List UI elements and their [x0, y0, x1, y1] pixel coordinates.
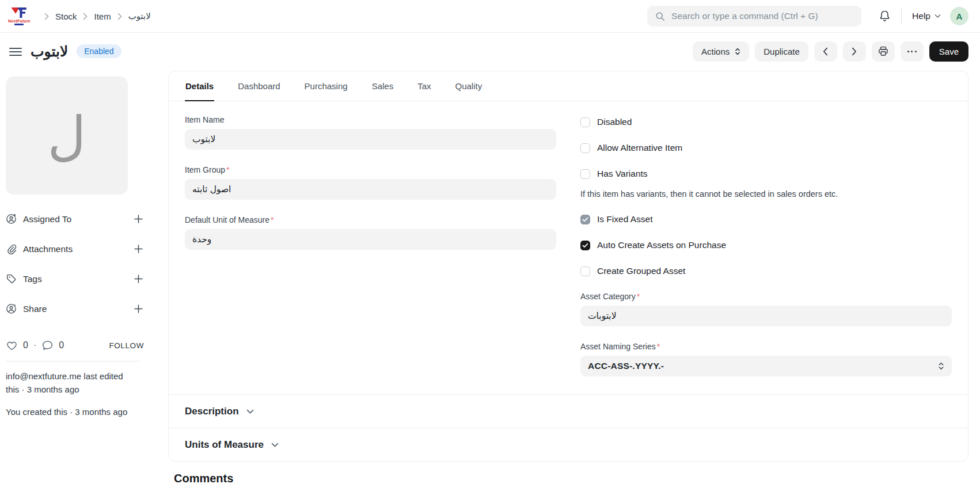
- check-icon: [582, 243, 588, 248]
- tab-purchasing[interactable]: Purchasing: [304, 72, 348, 101]
- next-record-button[interactable]: [843, 41, 866, 62]
- status-badge: Enabled: [77, 44, 121, 58]
- has-variants-checkbox[interactable]: [580, 169, 590, 179]
- sidebar-item-share: Share: [6, 303, 144, 314]
- form-card: Details Dashboard Purchasing Sales Tax Q…: [168, 71, 968, 462]
- tab-sales[interactable]: Sales: [371, 72, 394, 101]
- follow-button[interactable]: FOLLOW: [109, 341, 144, 350]
- has-variants-checkbox-label[interactable]: Has Variants: [597, 169, 648, 179]
- asset-naming-series-select[interactable]: ACC-ASS-.YYYY.-: [580, 356, 952, 376]
- comments-count[interactable]: 0: [59, 340, 64, 351]
- checkbox-row-auto-create-assets: Auto Create Assets on Purchase: [580, 240, 952, 250]
- breadcrumb: Stock Item لابتوب: [44, 11, 151, 21]
- notifications-bell-icon[interactable]: [879, 10, 891, 22]
- plus-icon: [134, 275, 143, 283]
- dot-separator: ·: [33, 340, 36, 351]
- auto-create-assets-checkbox-label[interactable]: Auto Create Assets on Purchase: [597, 240, 726, 250]
- asset-category-input[interactable]: لابتوبات: [580, 306, 952, 326]
- tab-quality[interactable]: Quality: [455, 72, 483, 101]
- help-label: Help: [912, 11, 930, 21]
- allow-alternative-item-checkbox-label[interactable]: Allow Alternative Item: [597, 143, 682, 153]
- breadcrumb-item-current[interactable]: لابتوب: [128, 11, 151, 21]
- save-label: Save: [939, 47, 959, 56]
- add-assignment-button[interactable]: [133, 214, 144, 224]
- heart-icon[interactable]: [6, 340, 18, 351]
- disabled-checkbox-label[interactable]: Disabled: [597, 117, 632, 127]
- help-menu[interactable]: Help: [912, 11, 941, 21]
- assigned-to-label[interactable]: Assigned To: [23, 214, 71, 224]
- is-fixed-asset-checkbox-label[interactable]: Is Fixed Asset: [597, 214, 652, 224]
- toolbar: Actions Duplicate Save: [693, 41, 968, 62]
- breadcrumb-separator-icon: [83, 13, 88, 20]
- sidebar-divider: [6, 361, 139, 361]
- comment-bubble-icon[interactable]: [41, 340, 54, 351]
- duplicate-button[interactable]: Duplicate: [755, 41, 808, 62]
- description-section-label: Description: [185, 406, 239, 417]
- section-units-of-measure[interactable]: Units of Measure: [169, 428, 968, 461]
- search-placeholder: Search or type a command (Ctrl + G): [671, 11, 818, 21]
- field-default-uom: Default Unit of Measure* وحدة: [185, 215, 556, 250]
- item-image-upload[interactable]: ل: [6, 77, 128, 195]
- tab-dashboard[interactable]: Dashboard: [237, 72, 280, 101]
- actions-button[interactable]: Actions: [693, 41, 749, 62]
- disabled-checkbox[interactable]: [580, 117, 590, 127]
- tags-label[interactable]: Tags: [23, 274, 42, 284]
- add-share-button[interactable]: [133, 303, 144, 314]
- select-carets-icon: [938, 361, 944, 371]
- attachments-label[interactable]: Attachments: [23, 244, 73, 254]
- sidebar-toggle-icon[interactable]: [9, 47, 22, 56]
- chevron-down-icon: [935, 14, 941, 18]
- default-uom-input[interactable]: وحدة: [185, 229, 556, 250]
- item-name-input[interactable]: لابتوب: [185, 129, 556, 150]
- breadcrumb-item-item[interactable]: Item: [94, 12, 111, 21]
- field-asset-naming-series: Asset Naming Series* ACC-ASS-.YYYY.-: [580, 342, 952, 376]
- units-of-measure-section-label: Units of Measure: [185, 439, 264, 451]
- search-icon: [655, 12, 665, 21]
- menu-ellipsis-button[interactable]: [901, 41, 924, 62]
- top-navbar: NextFuture Stock Item لابتوب Search or t…: [0, 0, 980, 33]
- add-tag-button[interactable]: [133, 273, 144, 284]
- brand-name: NextFuture: [8, 19, 31, 23]
- global-search-input[interactable]: Search or type a command (Ctrl + G): [647, 6, 861, 26]
- create-grouped-asset-checkbox-label[interactable]: Create Grouped Asset: [597, 266, 685, 276]
- print-button[interactable]: [872, 41, 895, 62]
- tag-icon: [6, 273, 17, 284]
- page-body: ل Assigned To Attachments Tags: [0, 70, 980, 462]
- auto-create-assets-checkbox[interactable]: [580, 241, 590, 250]
- required-asterisk: *: [637, 292, 640, 301]
- share-label[interactable]: Share: [23, 304, 47, 314]
- allow-alternative-item-checkbox[interactable]: [580, 143, 590, 153]
- plus-icon: [134, 215, 143, 223]
- form-sidebar: ل Assigned To Attachments Tags: [6, 71, 168, 429]
- created-note: You created this · 3 months ago: [6, 406, 135, 419]
- likes-count[interactable]: 0: [23, 340, 28, 351]
- form-column-right: Disabled Allow Alternative Item Has Vari…: [580, 115, 952, 392]
- tab-details[interactable]: Details: [185, 72, 214, 101]
- save-button[interactable]: Save: [929, 41, 968, 62]
- default-uom-label: Default Unit of Measure*: [185, 215, 556, 224]
- add-attachment-button[interactable]: [133, 243, 144, 254]
- checkbox-row-disabled: Disabled: [580, 117, 952, 127]
- required-asterisk: *: [271, 215, 274, 224]
- field-item-name: Item Name لابتوب: [185, 115, 556, 150]
- create-grouped-asset-checkbox[interactable]: [580, 266, 590, 276]
- section-description[interactable]: Description: [169, 394, 968, 428]
- ellipsis-icon: [907, 51, 917, 52]
- sidebar-item-tags: Tags: [6, 273, 144, 284]
- social-row: 0 · 0 FOLLOW: [6, 340, 144, 351]
- comments-heading: Comments: [174, 472, 968, 485]
- duplicate-label: Duplicate: [764, 47, 800, 56]
- user-avatar[interactable]: A: [950, 7, 968, 25]
- is-fixed-asset-checkbox[interactable]: [580, 215, 590, 224]
- breadcrumb-item-stock[interactable]: Stock: [55, 12, 77, 21]
- checkbox-row-create-grouped-asset: Create Grouped Asset: [580, 266, 952, 276]
- page-header: لابتوب Enabled Actions Duplicate Save: [0, 33, 980, 70]
- printer-icon: [878, 45, 889, 57]
- nextfuture-logo[interactable]: NextFuture: [8, 7, 31, 25]
- checkbox-row-allow-alternative-item: Allow Alternative Item: [580, 143, 952, 153]
- assign-user-icon: [6, 214, 17, 224]
- item-group-input[interactable]: اصول ثابته: [185, 179, 556, 200]
- tab-tax[interactable]: Tax: [417, 72, 431, 101]
- chevron-right-icon: [852, 47, 857, 56]
- previous-record-button[interactable]: [814, 41, 837, 62]
